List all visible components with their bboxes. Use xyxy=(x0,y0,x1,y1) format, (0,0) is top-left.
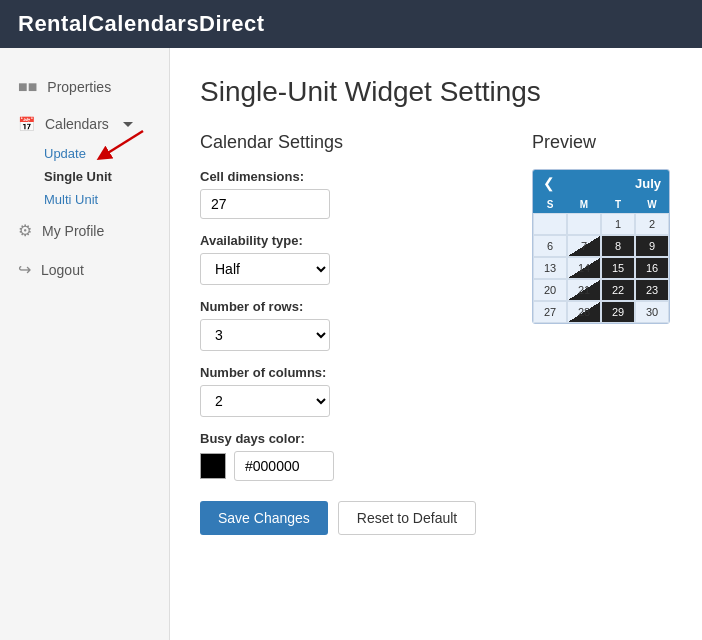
sidebar-calendars-label: Calendars xyxy=(45,116,109,132)
chevron-down-icon xyxy=(123,122,133,127)
calendar-month-label: July xyxy=(635,176,661,191)
cal-cell-1: 1 xyxy=(601,213,635,235)
sidebar-properties-label: Properties xyxy=(47,79,111,95)
cal-cell-22: 22 xyxy=(601,279,635,301)
grid-icon: ■■ xyxy=(18,78,37,96)
reset-button[interactable]: Reset to Default xyxy=(338,501,476,535)
main-content: Single-Unit Widget Settings Calendar Set… xyxy=(170,48,702,640)
cal-cell-14: 14 xyxy=(567,257,601,279)
day-name-s: S xyxy=(533,196,567,213)
sidebar-profile-label: My Profile xyxy=(42,223,104,239)
logout-icon: ↪ xyxy=(18,260,31,279)
cal-cell-29: 29 xyxy=(601,301,635,323)
day-name-w: W xyxy=(635,196,669,213)
calendar-row-3: 13 14 15 16 xyxy=(533,257,669,279)
save-button[interactable]: Save Changes xyxy=(200,501,328,535)
availability-type-select[interactable]: Half Full None xyxy=(200,253,330,285)
submenu-item-update[interactable]: Update xyxy=(0,142,169,165)
cell-dimensions-group: Cell dimensions: xyxy=(200,169,502,219)
busy-color-label: Busy days color: xyxy=(200,431,502,446)
preview-column: Preview ❮ July S M T W xyxy=(532,132,672,535)
calendar-row-1: 1 2 xyxy=(533,213,669,235)
settings-column: Calendar Settings Cell dimensions: Avail… xyxy=(200,132,502,535)
sidebar-item-logout[interactable]: ↪ Logout xyxy=(0,250,169,289)
cal-cell-30: 30 xyxy=(635,301,669,323)
availability-type-label: Availability type: xyxy=(200,233,502,248)
calendar-header: ❮ July xyxy=(533,170,669,196)
num-rows-label: Number of rows: xyxy=(200,299,502,314)
app-title: RentalCalendarsDirect xyxy=(18,11,264,37)
busy-color-row xyxy=(200,451,502,481)
gear-icon: ⚙ xyxy=(18,221,32,240)
cal-cell-13: 13 xyxy=(533,257,567,279)
cal-cell-8: 8 xyxy=(601,235,635,257)
cal-cell-15: 15 xyxy=(601,257,635,279)
submenu-item-multi-unit[interactable]: Multi Unit xyxy=(0,188,169,211)
calendars-submenu: Update Single Unit Multi Unit xyxy=(0,142,169,211)
color-swatch[interactable] xyxy=(200,453,226,479)
cell-dimensions-input[interactable] xyxy=(200,189,330,219)
action-buttons: Save Changes Reset to Default xyxy=(200,501,502,535)
sidebar-item-my-profile[interactable]: ⚙ My Profile xyxy=(0,211,169,250)
calendar-day-names: S M T W xyxy=(533,196,669,213)
cal-cell-16: 16 xyxy=(635,257,669,279)
app-header: RentalCalendarsDirect xyxy=(0,0,702,48)
sidebar-item-calendars[interactable]: 📅 Calendars xyxy=(0,106,169,142)
num-rows-group: Number of rows: 1 2 3 4 5 xyxy=(200,299,502,351)
sidebar-item-properties[interactable]: ■■ Properties xyxy=(0,68,169,106)
calendar-prev-button[interactable]: ❮ xyxy=(541,175,557,191)
cal-cell-28: 28 xyxy=(567,301,601,323)
num-cols-select[interactable]: 1 2 3 4 xyxy=(200,385,330,417)
cal-cell-7: 7 xyxy=(567,235,601,257)
busy-color-input[interactable] xyxy=(234,451,334,481)
cal-cell-21: 21 xyxy=(567,279,601,301)
calendar-icon: 📅 xyxy=(18,116,35,132)
availability-type-group: Availability type: Half Full None xyxy=(200,233,502,285)
cal-cell-23: 23 xyxy=(635,279,669,301)
page-title: Single-Unit Widget Settings xyxy=(200,76,672,108)
num-cols-group: Number of columns: 1 2 3 4 xyxy=(200,365,502,417)
cal-cell-empty xyxy=(567,213,601,235)
sidebar-logout-label: Logout xyxy=(41,262,84,278)
day-name-t: T xyxy=(601,196,635,213)
calendar-row-5: 27 28 29 30 xyxy=(533,301,669,323)
cal-cell-27: 27 xyxy=(533,301,567,323)
calendar-preview: ❮ July S M T W xyxy=(532,169,670,324)
settings-section-title: Calendar Settings xyxy=(200,132,502,153)
cal-cell-empty xyxy=(533,213,567,235)
submenu-item-single-unit[interactable]: Single Unit xyxy=(0,165,169,188)
cell-dimensions-label: Cell dimensions: xyxy=(200,169,502,184)
preview-section-title: Preview xyxy=(532,132,672,153)
cal-cell-2: 2 xyxy=(635,213,669,235)
sidebar: ■■ Properties 📅 Calendars Update Single … xyxy=(0,48,170,640)
calendar-row-4: 20 21 22 23 xyxy=(533,279,669,301)
num-cols-label: Number of columns: xyxy=(200,365,502,380)
cal-cell-9: 9 xyxy=(635,235,669,257)
cal-cell-20: 20 xyxy=(533,279,567,301)
busy-color-group: Busy days color: xyxy=(200,431,502,481)
day-name-m: M xyxy=(567,196,601,213)
num-rows-select[interactable]: 1 2 3 4 5 xyxy=(200,319,330,351)
calendar-row-2: 6 7 8 9 xyxy=(533,235,669,257)
cal-cell-6: 6 xyxy=(533,235,567,257)
calendar-body: 1 2 6 7 8 9 13 14 xyxy=(533,213,669,323)
